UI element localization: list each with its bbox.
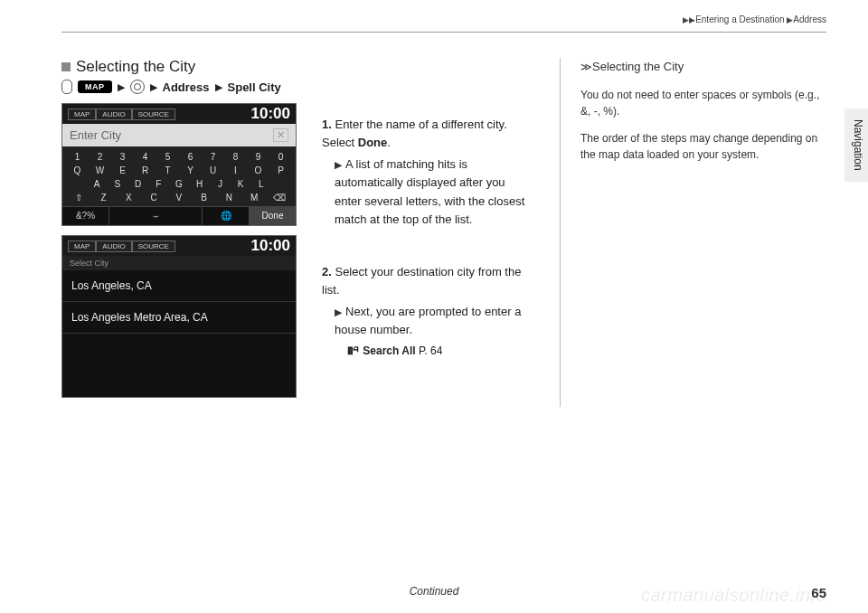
tab-map: MAP bbox=[68, 240, 96, 252]
side-tab-navigation: Navigation bbox=[844, 108, 868, 182]
menu-icon bbox=[130, 80, 145, 94]
list-item: Los Angeles Metro Area, CA bbox=[62, 302, 296, 334]
tab-audio: AUDIO bbox=[96, 108, 131, 120]
tab-audio: AUDIO bbox=[96, 240, 131, 252]
voice-icon bbox=[61, 80, 72, 94]
nav-path: MAP ▶ ▶ Address ▶ Spell City bbox=[61, 80, 297, 94]
step-2: 2. Select your destination city from the… bbox=[322, 263, 534, 360]
map-badge: MAP bbox=[78, 80, 112, 93]
divider bbox=[61, 32, 826, 33]
tab-source: SOURCE bbox=[132, 108, 175, 120]
cross-reference: �བ Search All P. 64 bbox=[322, 343, 534, 360]
keyboard: 1234567890 QWERTYUIOP ASDFGHJKL ⇧ZXCVBNM… bbox=[62, 146, 296, 206]
space-key: ⌣ bbox=[109, 207, 203, 225]
clock: 10:00 bbox=[251, 237, 290, 255]
tab-map: MAP bbox=[68, 108, 96, 120]
tab-source: SOURCE bbox=[132, 240, 175, 252]
note-title: ≫Selecting the City bbox=[580, 58, 826, 76]
note-text: You do not need to enter spaces or symbo… bbox=[580, 87, 826, 119]
globe-icon: 🌐 bbox=[203, 207, 250, 225]
clock: 10:00 bbox=[251, 105, 290, 123]
screenshot-keyboard: MAP AUDIO SOURCE 10:00 Enter City ✕ 1234… bbox=[61, 103, 297, 226]
step-1: 1. Enter the name of a different city. S… bbox=[322, 116, 534, 229]
breadcrumb: ▶▶Entering a Destination ▶Address bbox=[61, 14, 826, 32]
list-item: Los Angeles, CA bbox=[62, 270, 296, 302]
done-key: Done bbox=[250, 207, 296, 225]
list-title: Select City bbox=[62, 256, 296, 270]
continued-label: Continued bbox=[410, 585, 459, 598]
note-text: The order of the steps may change depend… bbox=[580, 130, 826, 163]
keyboard-bottom-row: &?% ⌣ 🌐 Done bbox=[62, 206, 296, 225]
watermark: carmanualsonline.info bbox=[641, 585, 826, 606]
clear-icon: ✕ bbox=[273, 128, 288, 142]
city-input: Enter City ✕ bbox=[62, 124, 296, 146]
section-title: Selecting the City bbox=[61, 58, 297, 76]
screenshot-city-list: MAP AUDIO SOURCE 10:00 Select City Los A… bbox=[61, 235, 297, 398]
